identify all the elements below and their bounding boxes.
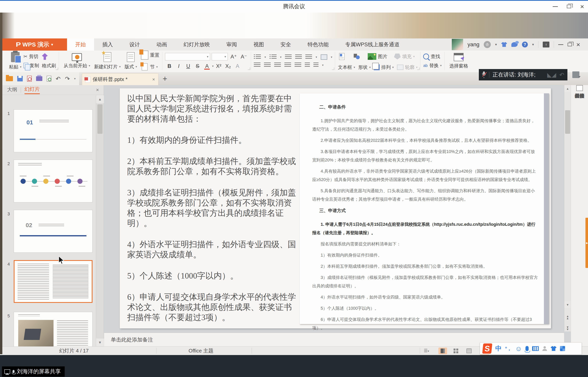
group-expander[interactable] (248, 68, 250, 70)
export-pdf-icon[interactable] (27, 76, 32, 82)
tab-slides[interactable]: 幻灯片 (24, 86, 40, 94)
fill-button[interactable]: 填充▾ (394, 53, 415, 60)
normal-view-button[interactable] (439, 348, 447, 354)
return-arrow-icon[interactable]: ↶ (559, 71, 564, 78)
bold-button[interactable]: B (165, 63, 174, 69)
wps-close-icon[interactable]: × (576, 41, 580, 48)
collapsed-pane-tab[interactable]: ▶ (586, 218, 588, 268)
soft-keyboard-icon[interactable] (532, 346, 539, 351)
close-tab-icon[interactable]: × (152, 77, 155, 82)
slide-thumbnail-1[interactable]: 01 (14, 109, 92, 152)
section-button[interactable]: 节▾ (141, 62, 159, 71)
vip-crown-icon[interactable]: ♔ (484, 41, 491, 48)
scroll-up-icon[interactable]: ▲ (96, 95, 104, 103)
embedded-document-image[interactable]: 二、申请条件 1.拥护中国共产党的领导，拥护社会主义制度，愿为社会主义现代化建设… (300, 93, 549, 324)
scroll-down-icon[interactable]: ▼ (564, 301, 571, 308)
document-tab[interactable]: 保研科普.pptx * × (82, 73, 158, 85)
new-tab-icon[interactable]: + (163, 74, 167, 83)
reset-button[interactable]: 重置 (141, 51, 159, 60)
menu-tab[interactable]: 视图 (245, 38, 272, 51)
scroll-down-icon[interactable]: ▼ (96, 339, 104, 346)
wps-logo[interactable]: P WPS 演示 ▾ (2, 38, 67, 51)
format-painter-label[interactable]: 格式刷 (42, 63, 56, 69)
cut-button[interactable]: ✂ 剪切 (23, 53, 39, 60)
slide-4[interactable]: 以中国人民大学新闻学院为例，首先需要在中国人民大学制定系统进行报名，填报系统时需… (120, 88, 551, 328)
upload-window-icon[interactable]: ↑ (543, 42, 549, 47)
voice-input-icon[interactable] (525, 346, 529, 351)
canvas-scrollbar[interactable]: ▲ ▼ ▲▲ ▼▼ (564, 85, 571, 331)
slide-thumbnail-4-selected[interactable] (14, 260, 92, 303)
menu-tab[interactable]: 开始 (67, 38, 94, 51)
font-color-button[interactable]: A (203, 63, 211, 69)
placeholder-icon[interactable] (321, 54, 327, 60)
chevron-down-icon[interactable]: ▾ (495, 42, 497, 47)
punctuation-icon[interactable]: °， (505, 345, 512, 352)
outline-button[interactable]: 轮廓▾ (397, 64, 418, 71)
line-spacing-icon[interactable] (305, 63, 310, 68)
align-right-icon[interactable] (274, 63, 281, 68)
strikethrough-button[interactable]: S (193, 63, 202, 69)
next-slide-button[interactable]: ▼▼ (564, 326, 571, 330)
new-slide-button[interactable]: 新建幻灯片▾ (92, 52, 123, 70)
format-painter-button[interactable] (42, 53, 56, 60)
selection-pane-button[interactable]: 选择窗格 (447, 53, 470, 69)
print-preview-icon[interactable] (47, 76, 51, 82)
emoji-icon[interactable]: ☺ (515, 345, 522, 353)
chinese-mode-icon[interactable]: 中 (495, 344, 502, 353)
replace-button[interactable]: ab 替换▾ (423, 62, 441, 69)
account-name[interactable]: yang (467, 41, 479, 48)
copy-button[interactable]: 复制 (23, 62, 39, 69)
notes-placeholder[interactable]: 单击此处添加备注 (111, 336, 153, 343)
scroll-up-icon[interactable]: ▲ (564, 85, 571, 92)
align-left-icon[interactable] (254, 63, 260, 68)
skin-icon[interactable] (551, 346, 556, 351)
community-chat-icon[interactable] (511, 42, 518, 47)
toolbox-icon[interactable] (560, 346, 565, 351)
skin-theme-icon[interactable] (501, 42, 507, 47)
slide-text-block[interactable]: 以中国人民大学新闻学院为例，首先需要在中国人民大学制定系统进行报名，填报系统时需… (127, 93, 300, 331)
menu-tab[interactable]: 专属WPS线上服务通道 (337, 38, 408, 51)
minimize-icon[interactable] (553, 6, 558, 7)
grow-font-button[interactable]: A⁺ (229, 54, 238, 60)
menu-tab[interactable]: 特色功能 (299, 38, 337, 51)
menu-tab[interactable]: 安全 (272, 38, 299, 51)
menu-tab[interactable]: 插入 (94, 38, 121, 51)
menu-tab[interactable]: 审阅 (218, 38, 245, 51)
arrange-button[interactable]: 排列▾ (374, 64, 394, 71)
close-icon[interactable]: × (580, 3, 584, 10)
font-size-select[interactable]: ▾ (212, 53, 228, 60)
picture-button[interactable]: 图片 (368, 53, 387, 60)
group-expander[interactable] (56, 68, 58, 70)
slide-thumbnail-5[interactable] (14, 312, 92, 346)
undo-icon[interactable]: ↶ (56, 75, 61, 82)
chevron-down-icon[interactable]: ▾ (212, 64, 214, 68)
tab-outline[interactable]: 大纲 (7, 86, 17, 94)
chevron-down-icon[interactable]: ▾ (532, 42, 534, 47)
account-icon[interactable] (542, 346, 547, 351)
close-panel-icon[interactable]: × (96, 87, 99, 93)
wps-minimize-icon[interactable] (558, 44, 563, 45)
bullets-icon[interactable] (256, 55, 261, 60)
avatar[interactable] (452, 39, 463, 50)
wps-restore-icon[interactable] (568, 43, 572, 46)
redo-icon[interactable]: ↷ (65, 75, 70, 82)
reading-view-button[interactable] (465, 348, 473, 354)
restore-icon[interactable] (567, 5, 571, 8)
decrease-indent-icon[interactable] (285, 55, 292, 60)
menu-tab[interactable]: 动画 (148, 38, 175, 51)
slide-thumbnail-2[interactable] (14, 160, 92, 202)
paragraph-spacing-icon[interactable] (313, 63, 318, 68)
print-icon[interactable] (36, 76, 42, 81)
mic-muted-icon[interactable] (482, 71, 486, 78)
scrollbar-thumb[interactable] (565, 110, 570, 134)
customize-toolbar-icon[interactable]: ▾ (74, 77, 76, 81)
justify-icon[interactable] (284, 63, 291, 68)
shrink-font-button[interactable]: A⁻ (239, 54, 248, 60)
slide-sorter-button[interactable] (452, 348, 460, 354)
menu-tab[interactable]: 幻灯片放映 (175, 38, 218, 51)
group-expander[interactable] (332, 68, 334, 70)
align-center-icon[interactable] (264, 63, 271, 68)
font-name-select[interactable]: ▾ (165, 53, 210, 60)
textbox-button[interactable]: 文本框▾ (338, 64, 355, 71)
menu-tab[interactable]: 设计 (121, 38, 148, 51)
